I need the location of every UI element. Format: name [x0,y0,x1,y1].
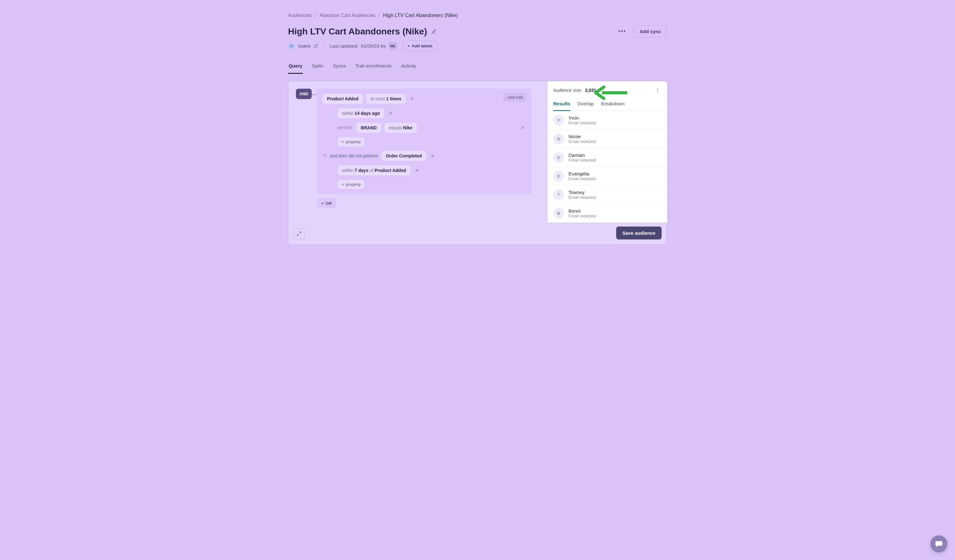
prop-val: Nike [403,125,412,130]
event-time-chip[interactable]: within 14 days ago [338,108,384,118]
add-funnel-property-button[interactable]: + property [338,180,365,189]
plus-icon: + [408,44,410,48]
query-builder-canvas: AND Add trait Product Added at most 1 ti… [288,81,667,245]
tab-activity[interactable]: Activity [401,60,417,73]
preview-tabs: Results Overlap Breakdown [548,96,667,111]
result-row[interactable]: TTowneyEmail redacted [548,186,667,204]
funnel-time-prefix: within [342,168,353,173]
editor-avatar[interactable]: ME [388,42,397,50]
where-label: WHERE [338,126,352,130]
breadcrumb-root[interactable]: Audiences [288,12,312,18]
add-property-text: property [346,139,361,144]
result-name: Yvon [568,115,596,120]
last-updated-value: 01/09/23 by [361,43,386,48]
avatar: N [553,133,564,144]
result-name: Towney [568,190,596,195]
remove-time-icon[interactable]: ✕ [387,110,394,116]
result-email: Email redacted [568,158,596,162]
event-name-text: Product Added [327,96,359,101]
add-labels-button[interactable]: + Add labels [403,41,437,51]
add-labels-text: Add labels [412,44,433,48]
pencil-icon[interactable] [431,29,437,34]
more-actions-button[interactable]: ••• [617,27,628,36]
breadcrumb-current: High LTV Cart Abandoners (Nike) [383,12,458,18]
plus-icon: + [341,139,344,144]
funnel-label: and then did not perform [330,153,378,158]
add-property-button[interactable]: + property [338,137,365,147]
breadcrumb-sep: / [315,12,316,18]
breadcrumb: Audiences / Abandon Cart Audiences / Hig… [288,12,667,18]
funnel-event-text: Order Completed [386,153,422,158]
last-updated: Last updated: 01/09/23 by ME [330,42,397,50]
remove-funnel-time-icon[interactable]: ✕ [414,167,420,173]
plus-icon: + [321,201,324,206]
plus-icon: + [341,182,344,187]
parent-model-name: Users [298,43,310,48]
result-name: Damian [568,152,596,158]
tab-splits[interactable]: Splits [311,60,324,73]
result-row[interactable]: DDamianEmail redacted [548,148,667,167]
result-row[interactable]: YYvonEmail redacted [548,111,667,129]
tab-query[interactable]: Query [288,60,303,74]
connector-line [312,94,317,95]
main-tabs: Query Splits Syncs Trait enrichments Act… [288,60,667,74]
svg-point-0 [657,88,658,89]
result-row[interactable]: EEvangeliaEmail redacted [548,167,667,186]
property-name-chip[interactable]: BRAND [356,123,381,133]
avatar: E [553,171,564,181]
breadcrumb-parent[interactable]: Abandon Cart Audiences [319,12,375,18]
or-text: OR [326,201,332,206]
prop-op: equals [389,125,402,130]
snowflake-icon [288,42,295,50]
and-operator-chip[interactable]: AND [296,89,312,99]
remove-where-icon[interactable]: ✕ [519,125,526,131]
remove-count-icon[interactable]: ✕ [409,95,415,102]
divider [324,42,324,50]
remove-funnel-icon[interactable]: ✕ [429,153,436,159]
avatar: T [553,189,564,200]
event-condition-card: Add trait Product Added at most 1 times … [317,89,531,194]
prop-name: BRAND [361,125,377,130]
result-email: Email redacted [568,139,596,144]
expand-canvas-button[interactable] [293,228,305,239]
result-email: Email redacted [568,176,596,181]
add-property-text: property [346,182,361,187]
tab-trait-enrichments[interactable]: Trait enrichments [355,60,392,73]
result-name: Evangelia [568,171,596,176]
svg-point-2 [657,92,658,92]
add-trait-button[interactable]: Add trait [504,93,526,101]
result-email: Email redacted [568,195,596,200]
preview-tab-overlap[interactable]: Overlap [577,98,594,111]
event-count-chip[interactable]: at most 1 times [366,94,406,104]
result-row[interactable]: BBonniEmail redacted [548,204,667,222]
tab-syncs[interactable]: Syncs [332,60,346,73]
funnel-of: of [369,168,373,173]
preview-menu-button[interactable] [654,86,661,94]
add-sync-button[interactable]: Add sync [634,25,667,37]
last-updated-label: Last updated: [330,43,359,48]
result-name: Bonni [568,208,596,214]
audience-size-value: 2,031 [585,88,596,93]
intercom-chat-button[interactable] [930,535,947,552]
breadcrumb-sep: / [378,12,380,18]
avatar: D [553,152,564,163]
property-value-chip[interactable]: equals Nike [384,123,417,133]
funnel-event-chip[interactable]: Order Completed [382,151,426,161]
preview-tab-breakdown[interactable]: Breakdown [601,98,625,111]
time-prefix: within [342,111,353,116]
result-name: Nonie [568,134,596,139]
funnel-ref-event: Product Added [374,168,406,173]
save-audience-button[interactable]: Save audience [616,226,662,239]
external-link-icon [314,44,318,48]
or-operator-button[interactable]: + OR [317,198,336,208]
parent-model-link[interactable]: Users [288,42,318,50]
avatar: Y [553,115,564,126]
results-list: YYvonEmail redactedNNonieEmail redactedD… [548,111,667,222]
preview-tab-results[interactable]: Results [553,98,570,111]
avatar: B [553,208,564,218]
funnel-time-chip[interactable]: within 7 days of Product Added [338,165,410,175]
result-row[interactable]: NNonieEmail redacted [548,129,667,148]
page-title: High LTV Cart Abandoners (Nike) [288,27,427,37]
event-name-chip[interactable]: Product Added [323,94,363,104]
time-value: 14 days ago [355,111,380,116]
